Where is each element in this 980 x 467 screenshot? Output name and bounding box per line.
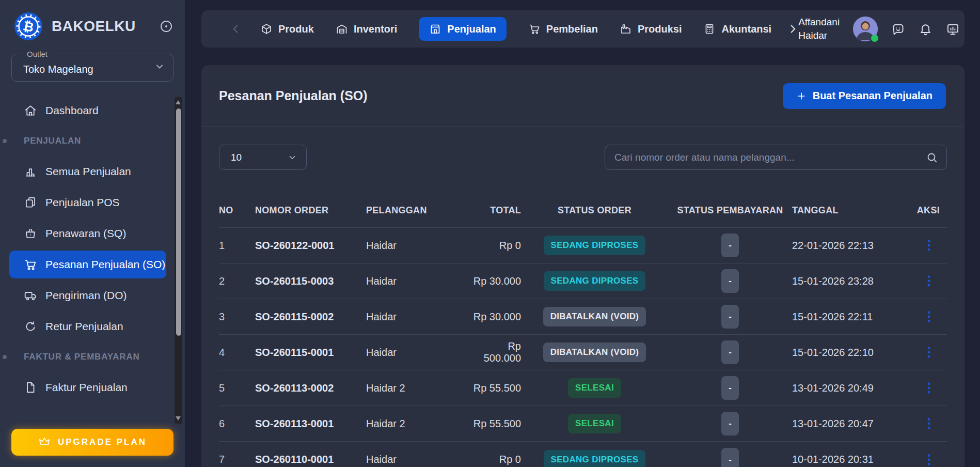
cube-icon bbox=[260, 23, 273, 35]
payment-status-badge: - bbox=[721, 234, 739, 257]
sidebar-item-penjualan-pos[interactable]: Penjualan POS bbox=[0, 187, 185, 218]
outlet-selector[interactable]: Outlet Toko Magelang bbox=[11, 54, 173, 82]
table-row: 7 SO-260110-0001 Haidar Rp 0 SEDANG DIPR… bbox=[219, 442, 947, 467]
search-input[interactable] bbox=[605, 152, 946, 163]
outlet-label: Outlet bbox=[23, 50, 51, 58]
column-header: NO bbox=[219, 205, 255, 216]
cell-total: Rp 0 bbox=[469, 454, 521, 465]
sidebar-item-label: Penjualan POS bbox=[45, 196, 120, 209]
table-row: 1 SO-260122-0001 Haidar Rp 0 SEDANG DIPR… bbox=[219, 228, 947, 263]
warehouse-icon bbox=[336, 23, 348, 35]
column-header: STATUS PEMBAYARAN bbox=[668, 205, 792, 216]
cell-total: Rp 0 bbox=[469, 240, 521, 252]
payment-status-badge: - bbox=[721, 448, 739, 467]
sidebar-item-retur-penjualan[interactable]: Retur Penjualan bbox=[0, 311, 185, 342]
cell-no: 6 bbox=[219, 418, 255, 430]
sidebar-item-pesanan-penjualan-so[interactable]: Pesanan Penjualan (SO) bbox=[9, 251, 166, 278]
display-monitor-icon[interactable] bbox=[946, 22, 960, 36]
row-actions-icon[interactable] bbox=[923, 381, 935, 395]
user-name: Affandani Haidar bbox=[798, 15, 840, 42]
row-actions-icon[interactable] bbox=[923, 453, 935, 466]
page-size-value: 10 bbox=[231, 152, 242, 163]
top-navigation: Produk Inventori Penjualan Pembelian Pro… bbox=[201, 10, 965, 48]
order-status-badge: SELESAI bbox=[568, 378, 621, 398]
sidebar-item-label: Penawaran (SQ) bbox=[45, 227, 126, 240]
collapse-sidebar-icon[interactable] bbox=[159, 19, 173, 34]
create-sales-order-label: Buat Pesanan Penjualan bbox=[813, 90, 932, 102]
cart-icon bbox=[528, 23, 541, 35]
user-last-name: Haidar bbox=[798, 29, 840, 42]
table-row: 6 SO-260113-0001 Haidar 2 Rp 55.500 SELE… bbox=[219, 406, 947, 442]
upgrade-plan-label: UPGRADE PLAN bbox=[58, 437, 147, 447]
cell-date: 13-01-2026 20:47 bbox=[792, 418, 911, 430]
avatar[interactable] bbox=[853, 17, 878, 41]
messages-icon[interactable] bbox=[891, 22, 905, 36]
sidebar-item-label: Dashboard bbox=[45, 104, 99, 117]
sidebar-item-dashboard[interactable]: Dashboard bbox=[0, 95, 185, 126]
cell-order-number: SO-260110-0001 bbox=[255, 454, 334, 465]
row-actions-icon[interactable] bbox=[923, 274, 935, 288]
chevron-down-icon bbox=[288, 153, 297, 162]
tab-inventori[interactable]: Inventori bbox=[336, 23, 397, 35]
brand-row: ₿ BAKOELKU bbox=[0, 0, 185, 46]
sidebar-item-penawaran-sq[interactable]: Penawaran (SQ) bbox=[0, 218, 185, 249]
notifications-icon[interactable] bbox=[919, 22, 932, 36]
online-status-dot bbox=[871, 35, 878, 42]
pos-icon bbox=[24, 196, 39, 209]
row-actions-icon[interactable] bbox=[923, 310, 935, 323]
upgrade-plan-button[interactable]: UPGRADE PLAN bbox=[11, 429, 173, 456]
outlet-value: Toko Magelang bbox=[23, 60, 154, 75]
cell-date: 15-01-2026 23:28 bbox=[792, 275, 911, 287]
sidebar-scrollbar[interactable] bbox=[175, 97, 182, 424]
column-header: NOMOR ORDER bbox=[255, 205, 366, 216]
tab-label: Pembelian bbox=[546, 23, 598, 35]
cell-order-number: SO-260115-0001 bbox=[255, 347, 334, 358]
plus-icon bbox=[796, 91, 807, 101]
create-sales-order-button[interactable]: Buat Pesanan Penjualan bbox=[783, 83, 946, 109]
page-size-select[interactable]: 10 bbox=[219, 145, 307, 170]
bar-chart-icon bbox=[24, 165, 39, 178]
nav-scroll-left-icon[interactable] bbox=[230, 23, 242, 35]
table-body: 1 SO-260122-0001 Haidar Rp 0 SEDANG DIPR… bbox=[219, 228, 947, 467]
cell-order-number: SO-260122-0001 bbox=[255, 240, 334, 251]
order-status-badge: SELESAI bbox=[568, 414, 621, 433]
cell-order-number: SO-260115-0002 bbox=[255, 311, 334, 322]
column-header: STATUS ORDER bbox=[521, 205, 668, 216]
return-icon bbox=[24, 320, 39, 333]
nav-scroll-right-icon[interactable] bbox=[787, 23, 798, 35]
row-actions-icon[interactable] bbox=[923, 417, 935, 430]
scrollbar-thumb[interactable] bbox=[176, 108, 181, 336]
scroll-up-icon[interactable] bbox=[176, 100, 181, 104]
order-status-badge: SEDANG DIPROSES bbox=[544, 271, 646, 291]
cell-no: 1 bbox=[219, 240, 255, 252]
row-actions-icon[interactable] bbox=[923, 239, 935, 252]
tab-akuntansi[interactable]: Akuntansi bbox=[703, 23, 771, 35]
payment-status-badge: - bbox=[721, 305, 739, 329]
tab-pembelian[interactable]: Pembelian bbox=[528, 23, 598, 35]
cell-date: 22-01-2026 22:13 bbox=[792, 240, 911, 252]
cell-customer: Haidar bbox=[366, 311, 469, 323]
sidebar-item-pengiriman-do[interactable]: Pengiriman (DO) bbox=[0, 280, 185, 311]
cell-no: 5 bbox=[219, 382, 255, 394]
cell-no: 2 bbox=[219, 275, 255, 287]
tab-label: Produk bbox=[278, 23, 314, 35]
order-status-badge: DIBATALKAN (VOID) bbox=[543, 307, 646, 326]
sidebar-section-label: FAKTUR & PEMBAYARAN bbox=[0, 342, 185, 372]
payment-status-badge: - bbox=[721, 340, 739, 364]
scroll-down-icon[interactable] bbox=[176, 416, 181, 421]
page-title: Pesanan Penjualan (SO) bbox=[219, 88, 368, 103]
tab-penjualan[interactable]: Penjualan bbox=[419, 17, 506, 41]
table-row: 5 SO-260113-0002 Haidar 2 Rp 55.500 SELE… bbox=[219, 370, 947, 406]
cell-customer: Haidar 2 bbox=[366, 418, 469, 430]
tab-produksi[interactable]: Produksi bbox=[620, 23, 682, 35]
sidebar-item-faktur-penjualan[interactable]: Faktur Penjualan bbox=[0, 372, 185, 403]
sales-orders-table: NONOMOR ORDERPELANGGANTOTALSTATUS ORDERS… bbox=[219, 194, 947, 467]
tab-produk[interactable]: Produk bbox=[260, 23, 314, 35]
search-icon[interactable] bbox=[926, 151, 938, 164]
tab-label: Inventori bbox=[354, 23, 397, 35]
sidebar-section-label: PENJUALAN bbox=[0, 126, 185, 156]
sidebar-item-semua-penjualan[interactable]: Semua Penjualan bbox=[0, 156, 185, 187]
cell-total: Rp 30.000 bbox=[469, 311, 521, 323]
tab-label: Akuntansi bbox=[721, 23, 771, 35]
row-actions-icon[interactable] bbox=[923, 346, 935, 359]
